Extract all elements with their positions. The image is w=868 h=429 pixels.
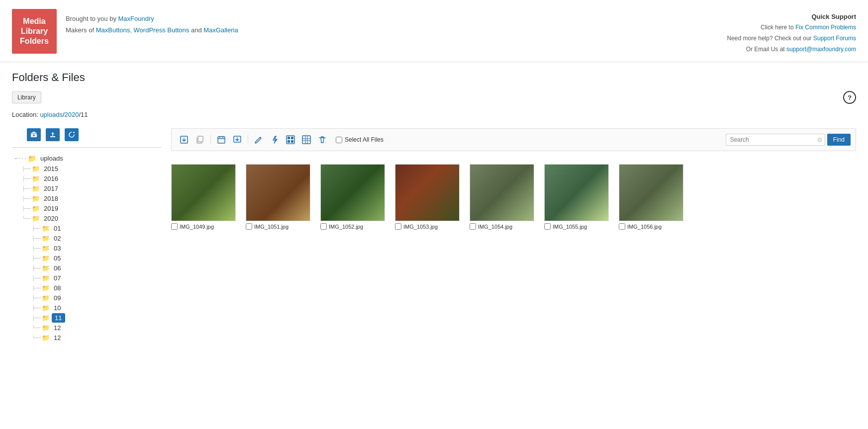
- svg-rect-13: [302, 136, 310, 144]
- search-wrapper: ⊙: [726, 134, 825, 146]
- location-bar: Location: uploads/2020/11: [0, 108, 868, 123]
- select-all-checkbox[interactable]: [336, 137, 342, 143]
- tree-item-05[interactable]: 05: [52, 254, 63, 263]
- image-thumbnail[interactable]: [246, 164, 310, 221]
- location-year-link[interactable]: 2020: [65, 111, 79, 118]
- image-thumbnail[interactable]: [470, 164, 534, 221]
- search-clear-icon[interactable]: ⊙: [817, 136, 822, 143]
- bulk-button[interactable]: [267, 133, 282, 147]
- tree-item-12[interactable]: 12: [52, 323, 63, 333]
- calendar-button[interactable]: [214, 133, 229, 147]
- image-label[interactable]: IMG_1054.jpg: [470, 223, 512, 230]
- tree-item-11[interactable]: 11: [52, 313, 65, 323]
- image-label[interactable]: IMG_1049.jpg: [171, 223, 214, 230]
- image-thumbnail[interactable]: [619, 164, 683, 221]
- toolbar-sep-2: [248, 135, 248, 145]
- add-folder-button[interactable]: [27, 128, 41, 141]
- tree-item-uploads[interactable]: uploads: [38, 154, 65, 163]
- maxfoundry-link[interactable]: MaxFoundry: [118, 15, 154, 22]
- image-label[interactable]: IMG_1051.jpg: [246, 223, 289, 230]
- image-label[interactable]: IMG_1055.jpg: [544, 223, 587, 230]
- tree-item-06[interactable]: 06: [52, 263, 63, 273]
- svg-rect-6: [218, 137, 225, 143]
- tree-item-03[interactable]: 03: [52, 244, 63, 253]
- tree-item-01[interactable]: 01: [52, 224, 63, 233]
- qs-line1: Click here to Fix Common Problems: [727, 22, 856, 33]
- qs-line3: Or Email Us at support@maxfoundry.com: [727, 44, 856, 55]
- search-input[interactable]: [726, 134, 825, 146]
- wp-buttons-link[interactable]: WordPress Buttons: [134, 26, 190, 34]
- header-tagline: Brought to you by MaxFoundry Makers of M…: [66, 9, 238, 36]
- page-title: Folders & Files: [12, 71, 856, 84]
- edit-button[interactable]: [251, 133, 266, 147]
- image-label[interactable]: IMG_1056.jpg: [619, 223, 662, 230]
- tree-item-2017[interactable]: 2017: [42, 184, 60, 193]
- email-link[interactable]: support@maxfoundry.com: [786, 46, 856, 53]
- image-checkbox-6[interactable]: [619, 223, 625, 230]
- select-all-label[interactable]: Select All Files: [336, 136, 384, 143]
- image-checkbox-2[interactable]: [320, 223, 327, 230]
- content-area: Select All Files ⊙ Find IMG_1049.jpg: [171, 123, 856, 343]
- sidebar-divider: [12, 147, 161, 148]
- grid-view-button[interactable]: [299, 133, 314, 147]
- image-label[interactable]: IMG_1053.jpg: [395, 223, 438, 230]
- tree-item-2018[interactable]: 2018: [42, 194, 60, 203]
- image-checkbox-5[interactable]: [544, 223, 551, 230]
- image-checkbox-3[interactable]: [395, 223, 401, 230]
- qs-title: Quick Support: [727, 11, 856, 22]
- logo-text: Media Library Folders: [20, 16, 49, 46]
- delete-button[interactable]: [315, 133, 330, 147]
- image-item: IMG_1052.jpg: [320, 164, 385, 230]
- library-button[interactable]: Library: [12, 91, 41, 103]
- image-thumbnail[interactable]: [320, 164, 385, 221]
- fix-problems-link[interactable]: Fix Common Problems: [795, 24, 856, 31]
- find-button[interactable]: Find: [827, 134, 851, 146]
- tree-item-10[interactable]: 10: [52, 303, 63, 313]
- image-filename: IMG_1052.jpg: [329, 224, 363, 230]
- tree-item-07[interactable]: 07: [52, 273, 63, 283]
- tagline-prefix: Brought to you by: [66, 15, 118, 22]
- tree-item-2015[interactable]: 2015: [42, 164, 60, 173]
- location-uploads-link[interactable]: uploads: [40, 111, 63, 118]
- help-button[interactable]: ?: [843, 91, 856, 104]
- tree-item-2019[interactable]: 2019: [42, 204, 60, 213]
- upload-button[interactable]: [46, 128, 60, 141]
- image-item: IMG_1053.jpg: [395, 164, 460, 230]
- copy-button[interactable]: [193, 133, 207, 147]
- image-filename: IMG_1055.jpg: [553, 224, 587, 230]
- import-button[interactable]: [177, 133, 192, 147]
- image-thumbnail[interactable]: [544, 164, 609, 221]
- tree-item-2020[interactable]: 2020: [42, 214, 60, 223]
- svg-rect-11: [288, 140, 290, 143]
- file-tree: ⌐ ··· 📁 uploads ├── 📁 2015 ├── 📁 2016 ├─…: [12, 154, 161, 343]
- main-layout: ⌐ ··· 📁 uploads ├── 📁 2015 ├── 📁 2016 ├─…: [0, 123, 868, 343]
- image-item: IMG_1049.jpg: [171, 164, 236, 230]
- image-filename: IMG_1056.jpg: [627, 224, 662, 230]
- quick-support: Quick Support Click here to Fix Common P…: [727, 9, 856, 55]
- svg-rect-10: [291, 137, 293, 139]
- gallery-button[interactable]: [283, 133, 298, 147]
- support-forums-link[interactable]: Support Forums: [813, 35, 856, 42]
- image-checkbox-4[interactable]: [470, 223, 476, 230]
- image-filename: IMG_1049.jpg: [180, 224, 214, 230]
- file-toolbar: Select All Files ⊙ Find: [171, 128, 856, 151]
- tree-item-02[interactable]: 02: [52, 234, 63, 243]
- tree-years: ├── 📁 2015 ├── 📁 2016 ├── 📁 2017 ├── 📁 2…: [12, 164, 161, 343]
- tree-item-12[interactable]: 12: [52, 333, 63, 343]
- maxbuttons-link[interactable]: MaxButtons: [96, 26, 130, 34]
- sort-button[interactable]: [230, 133, 245, 147]
- image-thumbnail[interactable]: [395, 164, 460, 221]
- tree-item-08[interactable]: 08: [52, 283, 63, 293]
- maxgalleria-link[interactable]: MaxGalleria: [203, 26, 238, 34]
- image-item: IMG_1055.jpg: [544, 164, 609, 230]
- image-thumbnail[interactable]: [171, 164, 236, 221]
- refresh-button[interactable]: [65, 128, 79, 141]
- image-checkbox-1[interactable]: [246, 223, 252, 230]
- tree-item-2016[interactable]: 2016: [42, 174, 60, 183]
- svg-rect-9: [288, 137, 290, 139]
- image-checkbox-0[interactable]: [171, 223, 178, 230]
- image-label[interactable]: IMG_1052.jpg: [320, 223, 363, 230]
- image-filename: IMG_1054.jpg: [478, 224, 512, 230]
- tree-item-09[interactable]: 09: [52, 293, 63, 303]
- toolbar-row: Library ?: [0, 89, 868, 108]
